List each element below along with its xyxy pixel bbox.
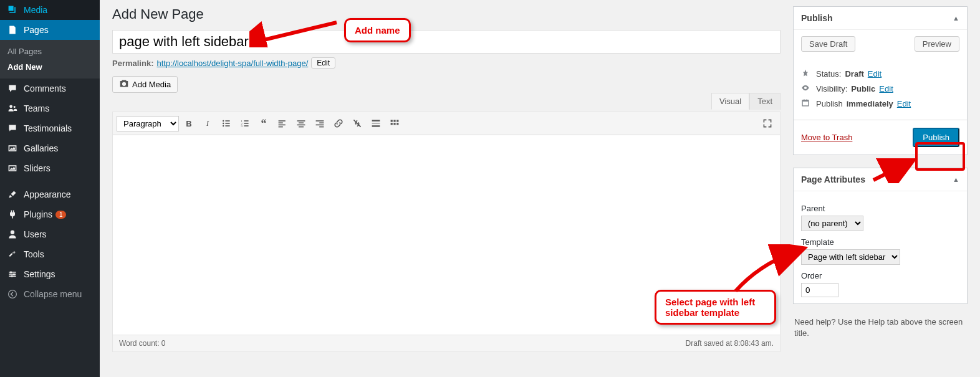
svg-point-10 — [10, 271, 12, 273]
submenu-all-pages[interactable]: All Pages — [0, 44, 100, 59]
visibility-value: Public — [851, 84, 875, 93]
publish-header[interactable]: Publish ▲ — [794, 7, 967, 30]
format-select[interactable]: Paragraph — [117, 116, 179, 131]
move-to-trash-link[interactable]: Move to Trash — [801, 133, 852, 142]
sidebar-item-appearance[interactable]: Appearance — [0, 184, 100, 204]
status-value: Draft — [845, 69, 863, 79]
teams-icon — [6, 103, 19, 113]
slider-icon — [6, 163, 19, 173]
blockquote-button[interactable]: “ — [255, 115, 272, 132]
svg-rect-41 — [391, 120, 393, 122]
align-right-button[interactable] — [311, 115, 329, 132]
post-title-input[interactable] — [112, 30, 781, 54]
order-label: Order — [801, 271, 959, 280]
plugin-badge: 1 — [55, 211, 67, 219]
sidebar-item-sliders[interactable]: Sliders — [0, 158, 100, 178]
content-column: Add New Page Permalink: http://localhost… — [112, 6, 781, 352]
svg-rect-17 — [225, 123, 229, 124]
sidebar-item-label: Appearance — [24, 189, 71, 199]
sidebar-item-label: Users — [24, 229, 47, 239]
tab-text[interactable]: Text — [749, 93, 781, 110]
sidebar-item-media[interactable]: Media — [0, 0, 100, 20]
side-column: Publish ▲ Save Draft Preview Status: Dra… — [793, 6, 968, 352]
sidebar-item-galleries[interactable]: Gallaries — [0, 138, 100, 158]
toggle-icon[interactable]: ▲ — [953, 14, 959, 22]
pin-icon — [801, 69, 812, 79]
svg-rect-25 — [244, 125, 248, 126]
svg-rect-32 — [297, 125, 305, 126]
unlink-button[interactable] — [348, 115, 366, 132]
add-media-button[interactable]: Add Media — [112, 76, 178, 93]
sidebar-item-plugins[interactable]: Plugins 1 — [0, 204, 100, 224]
sidebar-item-users[interactable]: Users — [0, 224, 100, 244]
kitchensink-button[interactable] — [386, 115, 403, 132]
sidebar-item-label: Settings — [24, 269, 55, 279]
readmore-button[interactable] — [367, 115, 385, 132]
svg-rect-36 — [316, 125, 324, 126]
visibility-row: Visibility: Public Edit — [801, 84, 959, 94]
gallery-icon — [6, 143, 19, 153]
editor-statusbar: Word count: 0 Draft saved at 8:08:43 am. — [113, 335, 780, 351]
link-button[interactable] — [330, 115, 347, 132]
svg-rect-19 — [225, 125, 229, 126]
permalink-row: Permalink: http://localhost/delight-spa/… — [112, 57, 781, 69]
parent-select[interactable]: (no parent) — [801, 216, 863, 231]
attributes-header[interactable]: Page Attributes ▲ — [794, 168, 967, 191]
svg-rect-3 — [11, 128, 13, 128]
sidebar-item-label: Tools — [24, 249, 44, 259]
permalink-url[interactable]: http://localhost/delight-spa/full-width-… — [156, 59, 308, 68]
svg-rect-28 — [279, 125, 286, 126]
order-input[interactable] — [801, 283, 838, 297]
template-label: Template — [801, 237, 959, 247]
sidebar-item-label: Collapse menu — [24, 289, 82, 299]
svg-rect-34 — [316, 120, 324, 122]
submenu-add-new[interactable]: Add New — [0, 59, 100, 75]
svg-rect-30 — [297, 120, 305, 122]
toggle-icon[interactable]: ▲ — [953, 176, 959, 183]
publish-button[interactable]: Publish — [913, 128, 959, 147]
save-draft-button[interactable]: Save Draft — [801, 36, 855, 52]
publish-title: Publish — [801, 13, 833, 23]
sidebar-item-comments[interactable]: Comments — [0, 79, 100, 98]
svg-rect-35 — [319, 122, 324, 123]
permalink-label: Permalink: — [112, 59, 153, 68]
svg-text:3: 3 — [241, 125, 243, 128]
sidebar-item-label: Comments — [24, 84, 66, 93]
bullet-list-button[interactable] — [218, 115, 235, 132]
svg-rect-38 — [372, 120, 380, 121]
settings-icon — [6, 269, 19, 279]
editor-content[interactable] — [113, 135, 780, 335]
svg-rect-2 — [11, 126, 14, 127]
edit-status-link[interactable]: Edit — [868, 69, 882, 79]
edit-visibility-link[interactable]: Edit — [879, 84, 893, 93]
admin-sidebar: Media Pages All Pages Add New Comments T… — [0, 0, 100, 377]
sidebar-item-settings[interactable]: Settings — [0, 264, 100, 284]
page-attributes-metabox: Page Attributes ▲ Parent (no parent) Tem… — [793, 168, 968, 304]
preview-button[interactable]: Preview — [915, 36, 959, 52]
bold-button[interactable]: B — [180, 115, 198, 132]
sidebar-item-tools[interactable]: Tools — [0, 244, 100, 264]
sidebar-collapse[interactable]: Collapse menu — [0, 284, 100, 304]
eye-icon — [801, 84, 812, 94]
align-left-button[interactable] — [274, 115, 291, 132]
sidebar-item-label: Media — [24, 5, 47, 15]
sidebar-item-testimonials[interactable]: Testimonials — [0, 118, 100, 138]
svg-rect-49 — [804, 99, 804, 100]
svg-rect-29 — [279, 126, 283, 128]
user-icon — [6, 229, 19, 239]
fullscreen-button[interactable] — [759, 115, 776, 132]
sidebar-item-teams[interactable]: Teams — [0, 98, 100, 118]
edit-schedule-link[interactable]: Edit — [897, 99, 911, 108]
sidebar-item-label: Sliders — [24, 163, 50, 173]
sidebar-item-label: Pages — [24, 25, 49, 35]
edit-permalink-button[interactable]: Edit — [311, 57, 335, 69]
tab-visual[interactable]: Visual — [711, 93, 749, 110]
align-center-button[interactable] — [292, 115, 310, 132]
italic-button[interactable]: I — [199, 115, 216, 132]
sidebar-item-pages[interactable]: Pages — [0, 20, 100, 40]
editor-toolbar: Paragraph B I 123 “ — [113, 112, 780, 135]
template-select[interactable]: Page with left sidebar — [801, 249, 900, 265]
status-row: Status: Draft Edit — [801, 69, 959, 79]
svg-point-13 — [9, 290, 17, 298]
numbered-list-button[interactable]: 123 — [236, 115, 254, 132]
